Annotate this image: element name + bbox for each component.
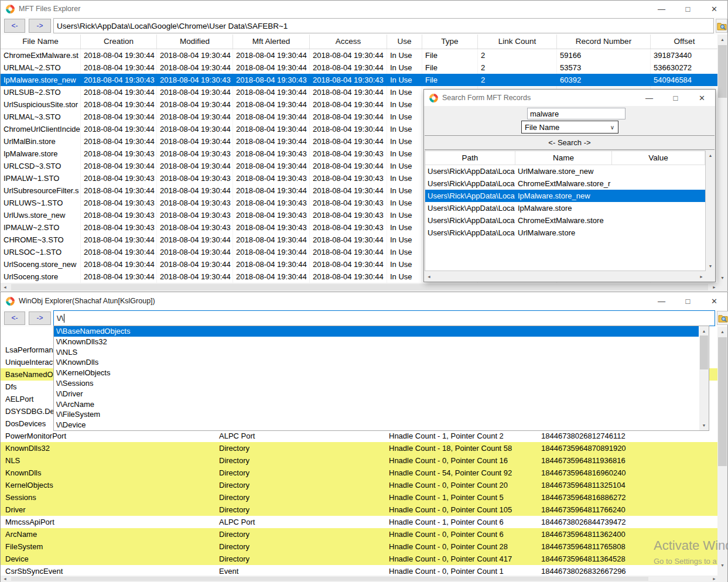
column-header-mft-alerted[interactable]: Mft Alerted bbox=[233, 35, 310, 49]
autocomplete-item[interactable]: \/\FileSystem bbox=[54, 409, 699, 420]
search-result-row[interactable]: Users\Rick\AppData\LocaChromeExtMalware.… bbox=[425, 214, 705, 227]
autocomplete-item[interactable]: \/\KnownDlls bbox=[54, 357, 699, 368]
scroll-up-icon[interactable]: ▲ bbox=[706, 153, 715, 158]
scroll-up-icon[interactable]: ▲ bbox=[699, 329, 709, 333]
mft-cell-use: In Use bbox=[387, 160, 422, 172]
column-header-value[interactable]: Value bbox=[612, 151, 705, 165]
scroll-down-icon[interactable]: ▼ bbox=[706, 264, 715, 268]
back-button[interactable]: <- bbox=[4, 311, 25, 325]
minimize-button[interactable]: — bbox=[648, 297, 675, 306]
winobj-table-row[interactable]: DriverDirectoryHnadle Count - 0, Pointer… bbox=[1, 504, 719, 516]
mft-cell-type: File bbox=[422, 49, 478, 61]
object-path-input[interactable]: \/\ bbox=[53, 310, 715, 326]
column-header-path[interactable]: Path bbox=[425, 151, 515, 165]
winobj-table-row[interactable]: CsrSbSyncEventEventHnadle Count - 0, Poi… bbox=[1, 565, 719, 576]
scroll-down-icon[interactable]: ▼ bbox=[699, 423, 709, 427]
winobj-table-row[interactable]: NLSDirectoryHnadle Count - 0, Pointer Co… bbox=[1, 454, 719, 467]
mft-cell-record-number: 53573 bbox=[557, 61, 651, 74]
close-button[interactable]: ✕ bbox=[701, 5, 727, 13]
search-field-select[interactable]: File Name ∨ bbox=[521, 121, 618, 133]
mft-table-row[interactable]: IpMalware.store_new2018-08-04 19:30:4320… bbox=[1, 74, 719, 86]
mft-table-row[interactable]: ChromeExtMalware.st2018-08-04 19:30:4420… bbox=[1, 49, 719, 61]
scroll-up-icon[interactable]: ▲ bbox=[717, 330, 727, 334]
winobj-table-row[interactable]: ArcNameDirectoryHnadle Count - 0, Pointe… bbox=[1, 528, 719, 540]
minimize-button[interactable]: — bbox=[648, 5, 675, 13]
winobj-table-row[interactable]: KnownDllsDirectoryHnadle Count - 54, Poi… bbox=[1, 467, 719, 479]
browse-folder-button[interactable] bbox=[717, 311, 728, 325]
close-button[interactable]: ✕ bbox=[701, 297, 727, 306]
autocomplete-item[interactable]: \/\NLS bbox=[54, 347, 699, 358]
mft-horizontal-scrollbar[interactable]: ◄ ► bbox=[1, 283, 719, 292]
search-result-row[interactable]: Users\Rick\AppData\LocaIpMalware.store_n… bbox=[425, 190, 705, 202]
mft-cell-use: In Use bbox=[387, 49, 422, 61]
autocomplete-item[interactable]: \/\BaseNamedObjects bbox=[54, 326, 699, 337]
column-header-modified[interactable]: Modified bbox=[157, 35, 233, 49]
column-header-record-number[interactable]: Record Number bbox=[557, 35, 651, 49]
winobj-horizontal-scrollbar[interactable]: ◄ ► bbox=[1, 576, 719, 582]
scrollbar-thumb[interactable] bbox=[700, 335, 708, 369]
scroll-left-icon[interactable]: ◄ bbox=[1, 283, 9, 292]
search-field-selected-value: File Name bbox=[525, 123, 559, 132]
search-result-row[interactable]: Users\Rick\AppData\LocaUrlMalware.store bbox=[425, 227, 705, 239]
autocomplete-item[interactable]: \/\Device bbox=[54, 420, 699, 430]
search-query-input[interactable] bbox=[527, 108, 626, 119]
autocomplete-item[interactable]: \/\Driver bbox=[54, 389, 699, 399]
column-header-offset[interactable]: Offset bbox=[651, 35, 719, 49]
scroll-right-icon[interactable]: ► bbox=[697, 272, 706, 281]
column-header-type[interactable]: Type bbox=[422, 35, 478, 49]
autocomplete-item[interactable]: \/\KnownDlls32 bbox=[54, 337, 699, 347]
winobj-table-row[interactable]: DeviceDirectoryHnadle Count - 0, Pointer… bbox=[1, 553, 719, 565]
autocomplete-item[interactable]: \/\ArcName bbox=[54, 399, 699, 410]
scroll-left-icon[interactable]: ◄ bbox=[425, 272, 433, 281]
column-header-use[interactable]: Use bbox=[387, 35, 422, 49]
search-horizontal-scrollbar[interactable]: ◄ ► bbox=[425, 272, 706, 281]
search-result-row[interactable]: Users\Rick\AppData\LocaChromeExtMalware.… bbox=[425, 177, 705, 190]
forward-button[interactable]: -> bbox=[29, 311, 51, 325]
search-vertical-scrollbar[interactable]: ▲ ▼ bbox=[706, 150, 715, 271]
column-header-access[interactable]: Access bbox=[310, 35, 387, 49]
scroll-down-icon[interactable]: ▼ bbox=[717, 276, 727, 280]
scroll-left-icon[interactable]: ◄ bbox=[1, 576, 9, 582]
mft-table-row[interactable]: URLMAL~2.STO2018-08-04 19:30:442018-08-0… bbox=[1, 61, 719, 74]
column-header-creation[interactable]: Creation bbox=[81, 35, 157, 49]
browse-folder-button[interactable] bbox=[716, 19, 727, 33]
winobj-table-row[interactable]: KnownDlls32DirectoryHnadle Count - 18, P… bbox=[1, 442, 719, 454]
mft-vertical-scrollbar[interactable]: ▲ ▼ bbox=[717, 35, 727, 283]
forward-button[interactable]: -> bbox=[29, 19, 51, 33]
search-result-row[interactable]: Users\Rick\AppData\LocaUrlMalware.store_… bbox=[425, 165, 705, 177]
dropdown-vertical-scrollbar[interactable]: ▲ ▼ bbox=[699, 326, 709, 430]
winobj-cell-info: Hnadle Count - 18, Pointer Count 58 bbox=[384, 442, 536, 454]
scrollbar-thumb[interactable] bbox=[718, 45, 727, 98]
winobj-table-row[interactable]: SessionsDirectoryHnadle Count - 1, Point… bbox=[1, 491, 719, 504]
winobj-table-row[interactable]: KernelObjectsDirectoryHnadle Count - 0, … bbox=[1, 479, 719, 491]
autocomplete-item[interactable]: \/\KernelObjects bbox=[54, 368, 699, 378]
autocomplete-item[interactable]: \/\Sessions bbox=[54, 378, 699, 389]
column-header-link-count[interactable]: Link Count bbox=[478, 35, 557, 49]
winobj-table-row[interactable]: MmcssApiPortALPC PortHnadle Count - 1, P… bbox=[1, 516, 719, 528]
path-address-input[interactable]: Users\Rick\AppData\Local\Google\Chrome\U… bbox=[53, 18, 714, 33]
maximize-button[interactable]: □ bbox=[675, 297, 701, 306]
minimize-button[interactable]: — bbox=[636, 94, 662, 102]
scrollbar-thumb[interactable] bbox=[11, 284, 708, 290]
search-button[interactable]: <- Search -> bbox=[425, 135, 715, 150]
maximize-button[interactable]: □ bbox=[675, 5, 701, 13]
maximize-button[interactable]: □ bbox=[662, 94, 689, 102]
winobj-cell-info: Hnadle Count - 0, Pointer Count 105 bbox=[384, 504, 536, 516]
winobj-cell-type: ALPC Port bbox=[214, 516, 384, 528]
column-header-file-name[interactable]: File Name bbox=[1, 35, 81, 49]
scrollbar-thumb[interactable] bbox=[11, 577, 648, 581]
mft-cell-type: File bbox=[422, 74, 478, 86]
scroll-up-icon[interactable]: ▲ bbox=[717, 37, 727, 42]
winobj-vertical-scrollbar[interactable]: ▲ ▼ bbox=[717, 327, 727, 576]
close-button[interactable]: ✕ bbox=[689, 94, 715, 102]
winobj-table-row[interactable]: PowerMonitorPortALPC PortHnadle Count - … bbox=[1, 430, 719, 442]
search-cell-path: Users\Rick\AppData\Loca bbox=[425, 202, 515, 214]
scroll-down-icon[interactable]: ▼ bbox=[717, 563, 727, 567]
winobj-cell-name: Device bbox=[1, 553, 214, 565]
mft-window-title: MFT Files Explorer bbox=[19, 5, 80, 13]
search-result-row[interactable]: Users\Rick\AppData\LocaIpMalware.store bbox=[425, 202, 705, 214]
scrollbar-thumb[interactable] bbox=[718, 337, 727, 466]
back-button[interactable]: <- bbox=[4, 19, 25, 33]
winobj-table-row[interactable]: FileSystemDirectoryHnadle Count - 0, Poi… bbox=[1, 540, 719, 553]
column-header-name[interactable]: Name bbox=[515, 151, 612, 165]
